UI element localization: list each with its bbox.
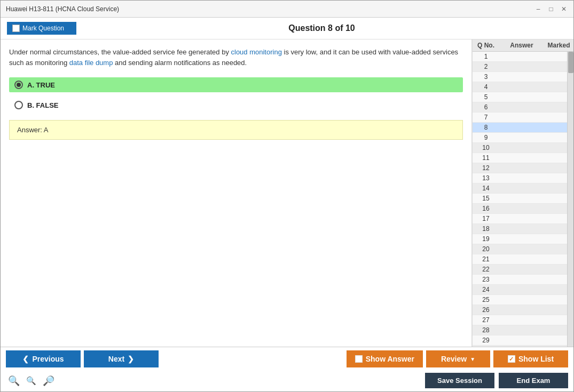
review-button[interactable]: Review ▼: [426, 350, 490, 367]
sidebar-row-num: 26: [473, 306, 499, 314]
sidebar-row[interactable]: 23: [473, 275, 567, 285]
sidebar-row[interactable]: 15: [473, 194, 567, 204]
sidebar-row[interactable]: 12: [473, 163, 567, 173]
sidebar-row[interactable]: 6: [473, 102, 567, 113]
sidebar-row-num: 18: [473, 225, 499, 233]
show-answer-label: Show Answer: [366, 355, 414, 363]
sidebar-row[interactable]: 17: [473, 214, 567, 224]
sidebar: Q No. Answer Marked 1 2 3 4 5 6 7: [472, 39, 573, 347]
footer-bar: ❮ Previous Next ❯ Show Answer Review ▼ ✓…: [1, 347, 573, 391]
show-answer-button[interactable]: Show Answer: [347, 350, 423, 367]
previous-button[interactable]: ❮ Previous: [6, 350, 81, 367]
sidebar-row-num: 22: [473, 266, 499, 273]
sidebar-row[interactable]: 13: [473, 173, 567, 183]
zoom-reset-button[interactable]: 🔍: [24, 375, 38, 387]
header-bar: Mark Question Question 8 of 10: [1, 18, 573, 39]
sidebar-row-num: 17: [473, 215, 499, 222]
sidebar-row[interactable]: 19: [473, 234, 567, 244]
save-session-button[interactable]: Save Session: [425, 373, 494, 388]
sidebar-row-num: 9: [473, 134, 499, 141]
previous-label: Previous: [32, 355, 64, 363]
sidebar-col-answer: Answer: [499, 39, 544, 51]
sidebar-row-num: 14: [473, 185, 499, 192]
sidebar-row-num: 5: [473, 93, 499, 101]
next-chevron-icon: ❯: [128, 355, 134, 363]
sidebar-row[interactable]: 14: [473, 183, 567, 194]
show-answer-icon: [355, 355, 363, 363]
sidebar-row-num: 27: [473, 316, 499, 324]
option-b[interactable]: B. FALSE: [9, 98, 463, 113]
sidebar-col-marked: Marked: [544, 39, 573, 51]
sidebar-row-num: 23: [473, 276, 499, 283]
answer-box: Answer: A: [9, 120, 463, 140]
sidebar-row-num: 1: [473, 53, 499, 60]
sidebar-row[interactable]: 3: [473, 72, 567, 82]
sidebar-row-num: 29: [473, 337, 499, 344]
sidebar-row-num: 24: [473, 286, 499, 293]
radio-a: [14, 81, 23, 89]
sidebar-row[interactable]: 9: [473, 133, 567, 143]
sidebar-row-num: 19: [473, 235, 499, 243]
sidebar-row-num: 6: [473, 103, 499, 111]
sidebar-row-num: 4: [473, 83, 499, 91]
question-text-part1: Under normal circumstances, the value-ad…: [9, 48, 231, 56]
sidebar-row-num: 2: [473, 63, 499, 70]
maximize-button[interactable]: □: [547, 5, 555, 13]
sidebar-row-num: 13: [473, 174, 499, 182]
window-controls: – □ ✕: [534, 5, 568, 13]
sidebar-row[interactable]: 4: [473, 82, 567, 92]
window-title: Huawei H13-811 (HCNA Cloud Service): [6, 5, 119, 13]
end-exam-button[interactable]: End Exam: [499, 373, 568, 388]
sidebar-row[interactable]: 1: [473, 52, 567, 62]
sidebar-row[interactable]: 5: [473, 92, 567, 102]
sidebar-row[interactable]: 7: [473, 113, 567, 123]
minimize-button[interactable]: –: [534, 5, 542, 13]
radio-b: [14, 101, 23, 109]
zoom-in-button[interactable]: 🔍: [6, 374, 22, 388]
sidebar-col-qno: Q No.: [473, 39, 499, 51]
sidebar-row-num: 16: [473, 205, 499, 212]
sidebar-row[interactable]: 8: [473, 123, 567, 133]
sidebar-row[interactable]: 24: [473, 285, 567, 295]
title-bar: Huawei H13-811 (HCNA Cloud Service) – □ …: [1, 1, 573, 18]
sidebar-row-num: 25: [473, 296, 499, 303]
sidebar-row-num: 15: [473, 195, 499, 202]
question-text-highlight2: data file dump: [69, 59, 113, 67]
sidebar-row[interactable]: 16: [473, 204, 567, 214]
zoom-out-button[interactable]: 🔎: [41, 374, 57, 388]
mark-checkbox-icon: [12, 25, 20, 32]
show-list-button[interactable]: ✓ Show List: [493, 350, 568, 367]
show-list-check-icon: ✓: [508, 355, 515, 363]
bottom-right-buttons: Save Session End Exam: [425, 373, 568, 388]
sidebar-row[interactable]: 25: [473, 295, 567, 305]
sidebar-row[interactable]: 2: [473, 62, 567, 72]
footer-buttons: ❮ Previous Next ❯ Show Answer Review ▼ ✓…: [1, 347, 573, 371]
sidebar-row-num: 7: [473, 114, 499, 121]
sidebar-row[interactable]: 26: [473, 305, 567, 315]
next-button[interactable]: Next ❯: [84, 350, 159, 367]
end-exam-label: End Exam: [517, 377, 551, 385]
save-session-label: Save Session: [437, 377, 482, 385]
sidebar-row[interactable]: 10: [473, 143, 567, 153]
sidebar-row[interactable]: 20: [473, 244, 567, 254]
sidebar-row-num: 10: [473, 144, 499, 151]
sidebar-row[interactable]: 29: [473, 335, 567, 346]
sidebar-row[interactable]: 28: [473, 325, 567, 335]
app-window: Huawei H13-811 (HCNA Cloud Service) – □ …: [0, 0, 574, 392]
footer-bottom: 🔍 🔍 🔎 Save Session End Exam: [1, 371, 573, 391]
option-b-label: B. FALSE: [27, 101, 59, 109]
sidebar-list[interactable]: 1 2 3 4 5 6 7 8 9 10 11: [473, 52, 567, 347]
sidebar-row-num: 21: [473, 255, 499, 263]
scrollbar-track[interactable]: [567, 52, 573, 347]
option-a[interactable]: A. TRUE: [9, 77, 463, 92]
sidebar-row[interactable]: 27: [473, 315, 567, 325]
sidebar-row[interactable]: 11: [473, 153, 567, 163]
sidebar-row[interactable]: 22: [473, 265, 567, 275]
mark-question-button[interactable]: Mark Question: [7, 22, 76, 35]
option-a-label: A. TRUE: [27, 81, 55, 89]
next-label: Next: [108, 355, 124, 363]
review-label: Review: [441, 355, 467, 363]
sidebar-row[interactable]: 18: [473, 224, 567, 234]
close-button[interactable]: ✕: [560, 5, 568, 13]
sidebar-row[interactable]: 21: [473, 254, 567, 265]
